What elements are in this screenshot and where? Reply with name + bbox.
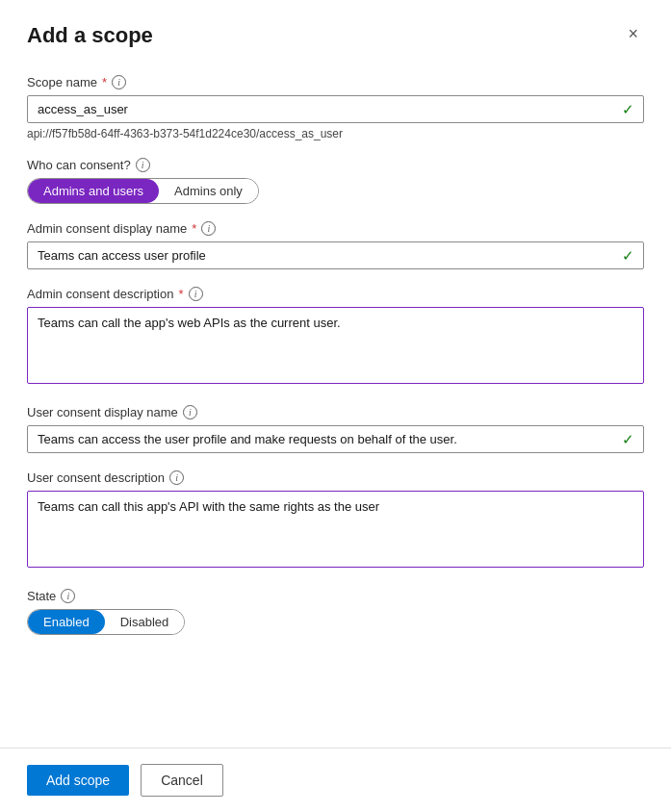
scope-name-input[interactable]	[27, 95, 644, 123]
scope-name-label: Scope name * i	[27, 75, 644, 89]
required-star: *	[102, 75, 107, 89]
admin-consent-desc-input[interactable]: Teams can call the app's web APIs as the…	[27, 307, 644, 384]
user-consent-name-info-icon[interactable]: i	[183, 405, 197, 419]
user-consent-name-section: User consent display name i ✓	[27, 405, 644, 453]
state-toggle: Enabled Disabled	[27, 609, 185, 635]
state-enabled-option[interactable]: Enabled	[28, 610, 105, 634]
user-consent-desc-wrapper: Teams can call this app's API with the s…	[27, 491, 644, 571]
cancel-button[interactable]: Cancel	[141, 764, 223, 797]
scope-name-info-icon[interactable]: i	[112, 75, 126, 89]
consent-admins-users-option[interactable]: Admins and users	[28, 179, 159, 203]
who-can-consent-label: Who can consent? i	[27, 158, 644, 172]
admin-consent-name-section: Admin consent display name * i ✓	[27, 221, 644, 269]
user-consent-name-input[interactable]	[27, 425, 644, 453]
user-consent-desc-label: User consent description i	[27, 470, 644, 485]
admin-consent-desc-label: Admin consent description * i	[27, 287, 644, 301]
admin-consent-name-info-icon[interactable]: i	[201, 221, 216, 236]
dialog-header: Add a scope ×	[27, 23, 644, 48]
required-star-3: *	[178, 287, 183, 301]
who-can-consent-info-icon[interactable]: i	[136, 158, 150, 172]
scope-name-input-wrapper: ✓	[27, 95, 644, 123]
admin-consent-desc-wrapper: Teams can call the app's web APIs as the…	[27, 307, 644, 388]
add-scope-button[interactable]: Add scope	[27, 765, 129, 796]
user-consent-desc-input[interactable]: Teams can call this app's API with the s…	[27, 491, 644, 568]
required-star-2: *	[192, 221, 196, 236]
user-consent-desc-info-icon[interactable]: i	[169, 470, 184, 485]
who-can-consent-toggle: Admins and users Admins only	[27, 178, 259, 204]
user-consent-desc-section: User consent description i Teams can cal…	[27, 470, 644, 571]
admin-consent-name-check-icon: ✓	[622, 247, 634, 265]
scope-name-section: Scope name * i ✓ api://f57fb58d-64ff-436…	[27, 75, 644, 140]
admin-consent-desc-info-icon[interactable]: i	[189, 287, 203, 301]
state-label: State i	[27, 589, 644, 603]
state-section: State i Enabled Disabled	[27, 589, 644, 635]
dialog-container: Add a scope × Scope name * i ✓ api://f57…	[0, 0, 671, 748]
consent-admins-only-option[interactable]: Admins only	[159, 179, 258, 203]
user-consent-name-label: User consent display name i	[27, 405, 644, 419]
state-disabled-option[interactable]: Disabled	[105, 610, 185, 634]
who-can-consent-section: Who can consent? i Admins and users Admi…	[27, 158, 644, 204]
scope-uri-text: api://f57fb58d-64ff-4363-b373-54f1d224ce…	[27, 127, 644, 140]
scope-name-check-icon: ✓	[622, 101, 634, 118]
close-button[interactable]: ×	[622, 23, 644, 44]
user-consent-name-check-icon: ✓	[622, 431, 634, 448]
dialog-title: Add a scope	[27, 23, 153, 48]
dialog-footer: Add scope Cancel	[0, 748, 671, 812]
admin-consent-name-label: Admin consent display name * i	[27, 221, 644, 236]
admin-consent-name-input[interactable]	[27, 241, 644, 269]
state-info-icon[interactable]: i	[61, 589, 75, 603]
admin-consent-desc-section: Admin consent description * i Teams can …	[27, 287, 644, 388]
user-consent-name-input-wrapper: ✓	[27, 425, 644, 453]
admin-consent-name-input-wrapper: ✓	[27, 241, 644, 269]
